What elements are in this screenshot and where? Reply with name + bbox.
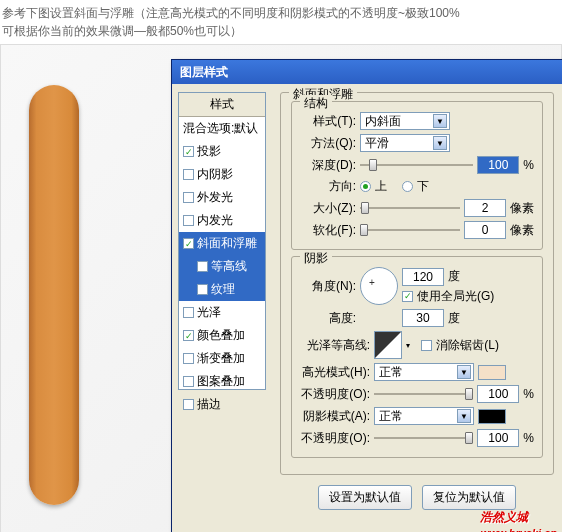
chevron-down-icon: ▼ <box>457 365 471 379</box>
size-label: 大小(Z): <box>300 200 356 217</box>
dialog-title[interactable]: 图层样式 <box>172 60 562 84</box>
chevron-down-icon: ▼ <box>433 136 447 150</box>
angle-wheel[interactable] <box>360 267 398 305</box>
styles-header[interactable]: 样式 <box>179 93 265 117</box>
soften-label: 软化(F): <box>300 222 356 239</box>
chevron-down-icon: ▼ <box>457 409 471 423</box>
style-select[interactable]: 内斜面▼ <box>360 112 450 130</box>
style-item-光泽[interactable]: 光泽 <box>179 301 265 324</box>
highlight-opacity-label: 不透明度(O): <box>300 386 370 403</box>
global-light-checkbox[interactable] <box>402 291 413 302</box>
size-input[interactable]: 2 <box>464 199 506 217</box>
canvas-area: 图层样式 样式 混合选项:默认 投影内阴影外发光内发光斜面和浮雕等高线纹理光泽颜… <box>0 44 562 532</box>
technique-select[interactable]: 平滑▼ <box>360 134 450 152</box>
shadow-mode-select[interactable]: 正常▼ <box>374 407 474 425</box>
layer-style-dialog: 图层样式 样式 混合选项:默认 投影内阴影外发光内发光斜面和浮雕等高线纹理光泽颜… <box>171 59 562 532</box>
highlight-opacity-slider[interactable] <box>374 386 473 402</box>
shadow-color-swatch[interactable] <box>478 409 506 424</box>
style-item-内发光[interactable]: 内发光 <box>179 209 265 232</box>
direction-up-radio[interactable] <box>360 181 371 192</box>
style-checkbox[interactable] <box>183 307 194 318</box>
sample-shape <box>29 85 79 505</box>
instruction-text-2: 可根据你当前的效果微调—般都50%也可以） <box>2 24 242 38</box>
shadow-opacity-input[interactable]: 100 <box>477 429 519 447</box>
gloss-contour-picker[interactable] <box>374 331 402 359</box>
style-checkbox[interactable] <box>183 399 194 410</box>
antialias-checkbox[interactable] <box>421 340 432 351</box>
style-item-渐变叠加[interactable]: 渐变叠加 <box>179 347 265 370</box>
altitude-input[interactable]: 30 <box>402 309 444 327</box>
style-label: 样式(T): <box>300 113 356 130</box>
direction-down-radio[interactable] <box>402 181 413 192</box>
direction-label: 方向: <box>300 178 356 195</box>
blending-options[interactable]: 混合选项:默认 <box>179 117 265 140</box>
gloss-contour-label: 光泽等高线: <box>300 337 370 354</box>
style-item-投影[interactable]: 投影 <box>179 140 265 163</box>
soften-slider[interactable] <box>360 222 460 238</box>
style-checkbox[interactable] <box>197 261 208 272</box>
shadow-opacity-label: 不透明度(O): <box>300 430 370 447</box>
make-default-button[interactable]: 设置为默认值 <box>318 485 412 510</box>
angle-label: 角度(N): <box>300 278 356 295</box>
size-slider[interactable] <box>360 200 460 216</box>
soften-input[interactable]: 0 <box>464 221 506 239</box>
style-checkbox[interactable] <box>183 330 194 341</box>
angle-input[interactable]: 120 <box>402 268 444 286</box>
style-item-纹理[interactable]: 纹理 <box>179 278 265 301</box>
style-checkbox[interactable] <box>183 215 194 226</box>
style-checkbox[interactable] <box>183 376 194 387</box>
style-item-图案叠加[interactable]: 图案叠加 <box>179 370 265 393</box>
shadow-mode-label: 阴影模式(A): <box>300 408 370 425</box>
style-item-等高线[interactable]: 等高线 <box>179 255 265 278</box>
style-checkbox[interactable] <box>183 238 194 249</box>
highlight-opacity-input[interactable]: 100 <box>477 385 519 403</box>
style-checkbox[interactable] <box>183 146 194 157</box>
depth-slider[interactable] <box>360 157 473 173</box>
highlight-color-swatch[interactable] <box>478 365 506 380</box>
style-item-斜面和浮雕[interactable]: 斜面和浮雕 <box>179 232 265 255</box>
shadow-opacity-slider[interactable] <box>374 430 473 446</box>
instruction-text: 参考下图设置斜面与浮雕（注意高光模式的不同明度和阴影模式的不透明度~极致100% <box>2 6 460 20</box>
style-checkbox[interactable] <box>183 169 194 180</box>
style-item-颜色叠加[interactable]: 颜色叠加 <box>179 324 265 347</box>
style-item-内阴影[interactable]: 内阴影 <box>179 163 265 186</box>
depth-input[interactable]: 100 <box>477 156 519 174</box>
technique-label: 方法(Q): <box>300 135 356 152</box>
chevron-down-icon: ▼ <box>433 114 447 128</box>
altitude-label: 高度: <box>300 310 356 327</box>
styles-list: 样式 混合选项:默认 投影内阴影外发光内发光斜面和浮雕等高线纹理光泽颜色叠加渐变… <box>178 92 266 390</box>
style-item-描边[interactable]: 描边 <box>179 393 265 416</box>
highlight-mode-label: 高光模式(H): <box>300 364 370 381</box>
depth-label: 深度(D): <box>300 157 356 174</box>
structure-title: 结构 <box>300 95 332 112</box>
style-checkbox[interactable] <box>183 192 194 203</box>
shading-title: 阴影 <box>300 250 332 267</box>
style-checkbox[interactable] <box>197 284 208 295</box>
style-item-外发光[interactable]: 外发光 <box>179 186 265 209</box>
highlight-mode-select[interactable]: 正常▼ <box>374 363 474 381</box>
watermark: 浩然义城 www.hryckj.cn <box>480 501 557 532</box>
style-checkbox[interactable] <box>183 353 194 364</box>
